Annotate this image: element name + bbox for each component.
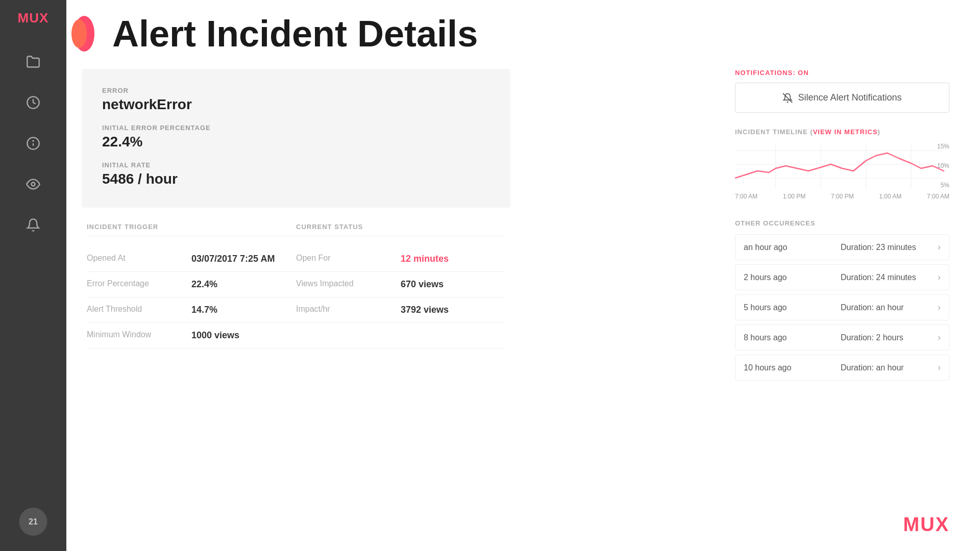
occurrence-item[interactable]: 8 hours ago Duration: 2 hours › — [735, 324, 949, 350]
field-opened-at-value: 03/07/2017 7:25 AM — [191, 254, 296, 264]
occurrence-item[interactable]: 10 hours ago Duration: an hour › — [735, 355, 949, 381]
field-min-window-value: 1000 views — [191, 330, 296, 341]
chevron-right-icon: › — [938, 362, 941, 373]
trigger-header: INCIDENT TRIGGER — [87, 223, 191, 231]
page-title: Alert Incident Details — [112, 15, 478, 52]
chart-y-label-1: 15% — [937, 143, 949, 150]
chart-x-labels: 7:00 AM 1:00 PM 7:00 PM 1:00 AM 7:00 AM — [735, 193, 949, 200]
chart-y-labels: 15% 10% 5% — [937, 143, 949, 189]
occurrence-duration-1: Duration: 23 minutes — [841, 243, 938, 252]
sidebar-item-info[interactable] — [0, 123, 66, 164]
sidebar-item-bell[interactable] — [0, 205, 66, 245]
incident-row: Error Percentage 22.4% Views Impacted 67… — [87, 272, 505, 297]
status-header: CURRENT STATUS — [296, 223, 401, 231]
incident-timeline-chart — [735, 143, 949, 189]
notifications-label: NOTIFICATIONS: — [735, 69, 798, 77]
svg-point-4 — [32, 183, 35, 186]
chevron-right-icon: › — [938, 302, 941, 313]
rate-value: 5486 / hour — [102, 171, 490, 187]
incident-section: INCIDENT TRIGGER CURRENT STATUS Opened A… — [82, 223, 510, 348]
sidebar-item-clock[interactable] — [0, 82, 66, 123]
sidebar-logo: MUX — [18, 10, 49, 26]
chevron-right-icon: › — [938, 242, 941, 253]
chevron-right-icon: › — [938, 332, 941, 343]
timeline-metrics-link[interactable]: View in metrics — [813, 128, 878, 136]
info-card: ERROR networkError INITIAL ERROR PERCENT… — [82, 69, 510, 208]
field-views-impacted-label: Views Impacted — [296, 279, 401, 290]
header: Alert Incident Details — [66, 15, 478, 52]
chart-x-label-3: 7:00 PM — [831, 193, 854, 200]
chart-x-label-2: 1:00 PM — [783, 193, 806, 200]
occurrence-item[interactable]: an hour ago Duration: 23 minutes › — [735, 234, 949, 260]
right-panel: NOTIFICATIONS: ON Silence Alert Notifica… — [735, 69, 949, 385]
chart-x-label-4: 1:00 AM — [879, 193, 901, 200]
field-opened-at-label: Opened At — [87, 254, 191, 264]
occurrence-duration-5: Duration: an hour — [841, 363, 938, 372]
occurrence-item[interactable]: 2 hours ago Duration: 24 minutes › — [735, 264, 949, 290]
folder-icon — [26, 55, 40, 69]
sidebar: MUX 21 — [0, 0, 66, 551]
silence-btn-label: Silence Alert Notifications — [798, 92, 901, 103]
field-min-window-label: Minimum Window — [87, 330, 191, 341]
silence-alert-button[interactable]: Silence Alert Notifications — [735, 83, 949, 113]
incident-row: Opened At 03/07/2017 7:25 AM Open For 12… — [87, 246, 505, 272]
notifications-bar: NOTIFICATIONS: ON — [735, 69, 949, 77]
bell-slash-icon — [782, 93, 793, 103]
error-pct-value: 22.4% — [102, 134, 490, 150]
occurrence-time-2: 2 hours ago — [744, 273, 841, 282]
main-content: ERROR networkError INITIAL ERROR PERCENT… — [82, 69, 510, 348]
field-views-impacted-value: 670 views — [401, 279, 505, 290]
occurrence-item[interactable]: 5 hours ago Duration: an hour › — [735, 294, 949, 320]
occurrence-duration-3: Duration: an hour — [841, 303, 938, 312]
eye-icon — [26, 177, 40, 191]
incident-row: Minimum Window 1000 views — [87, 323, 505, 348]
info-icon — [26, 136, 40, 151]
field-open-for-value: 12 minutes — [401, 254, 505, 264]
field-threshold-label: Alert Threshold — [87, 305, 191, 315]
error-pct-label: INITIAL ERROR PERCENTAGE — [102, 124, 490, 132]
field-impact-hr-value: 3792 views — [401, 305, 505, 315]
chart-y-label-3: 5% — [937, 182, 949, 189]
svg-line-7 — [783, 93, 792, 102]
rate-label: INITIAL RATE — [102, 161, 490, 169]
incident-row: Alert Threshold 14.7% Impact/hr 3792 vie… — [87, 297, 505, 323]
error-label: ERROR — [102, 87, 490, 94]
occurrences-title: OTHER OCCURENCES — [735, 219, 949, 227]
occurrence-time-1: an hour ago — [744, 243, 841, 252]
field-impact-hr-label: Impact/hr — [296, 305, 401, 315]
svg-point-6 — [71, 19, 87, 48]
error-value: networkError — [102, 96, 490, 113]
field-threshold-value: 14.7% — [191, 305, 296, 315]
occurrence-time-3: 5 hours ago — [744, 303, 841, 312]
occurrence-duration-4: Duration: 2 hours — [841, 333, 938, 342]
occurrence-duration-2: Duration: 24 minutes — [841, 273, 938, 282]
timeline-title: INCIDENT TIMELINE (View in metrics) — [735, 128, 949, 136]
chart-x-label-5: 7:00 AM — [927, 193, 949, 200]
chart-x-label-1: 7:00 AM — [735, 193, 757, 200]
sidebar-item-folder[interactable] — [0, 41, 66, 82]
field-open-for-label: Open For — [296, 254, 401, 264]
chevron-right-icon: › — [938, 272, 941, 283]
occurrence-time-5: 10 hours ago — [744, 363, 841, 372]
notifications-status: ON — [798, 69, 809, 77]
occurrence-time-4: 8 hours ago — [744, 333, 841, 342]
chart-y-label-2: 10% — [937, 162, 949, 169]
incident-headers: INCIDENT TRIGGER CURRENT STATUS — [87, 223, 505, 236]
mux-logo-header — [66, 16, 102, 52]
chart-container: 7:00 AM 1:00 PM 7:00 PM 1:00 AM 7:00 AM … — [735, 143, 949, 204]
bell-icon — [26, 218, 40, 232]
mux-footer-logo: MUX — [903, 514, 949, 536]
occurrences-list: an hour ago Duration: 23 minutes › 2 hou… — [735, 234, 949, 381]
page-badge: 21 — [19, 508, 47, 536]
field-error-pct-value: 22.4% — [191, 279, 296, 290]
sidebar-item-eye[interactable] — [0, 164, 66, 205]
clock-icon — [26, 95, 40, 110]
field-error-pct-label: Error Percentage — [87, 279, 191, 290]
